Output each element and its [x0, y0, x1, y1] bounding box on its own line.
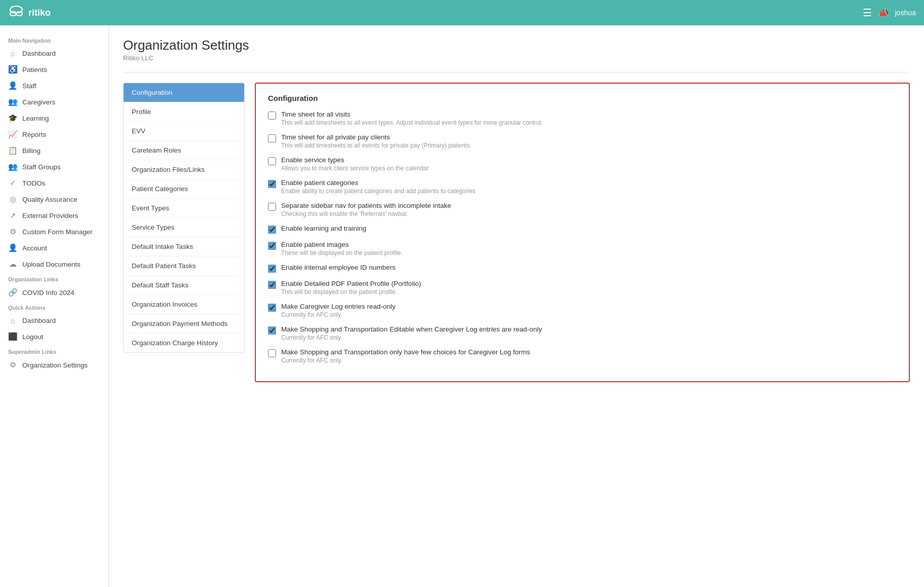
account-icon: 👤: [8, 243, 17, 252]
content-divider: [123, 72, 910, 72]
sidebar-item-upload-documents[interactable]: ☁ Upload Documents: [0, 256, 108, 272]
config-label-enable-patient-categories: Enable patient categories: [281, 179, 897, 187]
qa-dashboard-icon: ⌂: [8, 316, 17, 325]
config-item-enable-patient-images: Enable patient images These will be disp…: [268, 241, 897, 256]
sidebar-item-staff-groups[interactable]: 👥 Staff Groups: [0, 159, 108, 175]
checkbox-enable-learning[interactable]: [268, 226, 276, 234]
config-desc-shopping-transport-few-choices: Currently for AFC only.: [281, 357, 897, 364]
sidebar-item-covid-info[interactable]: 🔗 COVID Info 2024: [0, 284, 108, 301]
sidebar-item-account[interactable]: 👤 Account: [0, 240, 108, 256]
checkbox-caregiver-log-readonly[interactable]: [268, 304, 276, 312]
settings-nav-default-patient-tasks[interactable]: Default Patient Tasks: [124, 256, 244, 276]
sidebar-item-label: Patients: [22, 66, 47, 74]
sidebar-item-todos[interactable]: ✓ TODOs: [0, 175, 108, 191]
checkbox-enable-detailed-pdf[interactable]: [268, 281, 276, 289]
sidebar-item-label: Staff Groups: [22, 163, 61, 171]
logo-text: ritiko: [28, 8, 51, 18]
top-header: ritiko ☰ 📣 joshua: [0, 0, 924, 25]
sidebar-item-custom-form-manager[interactable]: ⚙ Custom Form Manager: [0, 224, 108, 240]
checkbox-timesheet-all-visits[interactable]: [268, 112, 276, 120]
checkbox-enable-service-types[interactable]: [268, 157, 276, 165]
sidebar-item-dashboard[interactable]: ⌂ Dashboard: [0, 46, 108, 61]
billing-icon: 📋: [8, 146, 17, 155]
sidebar-item-reports[interactable]: 📈 Reports: [0, 126, 108, 142]
checkbox-timesheet-private-pay[interactable]: [268, 134, 276, 142]
external-providers-icon: ↗: [8, 211, 17, 220]
settings-nav-patient-categories[interactable]: Patient Categories: [124, 179, 244, 199]
settings-nav-default-intake-tasks[interactable]: Default Intake Tasks: [124, 237, 244, 256]
config-item-enable-service-types: Enable service types Allows you to mark …: [268, 156, 897, 172]
settings-nav-careteam-roles[interactable]: Careteam Roles: [124, 141, 244, 160]
checkbox-shopping-transport-few-choices[interactable]: [268, 349, 276, 357]
page-title: Organization Settings: [123, 38, 910, 53]
sidebar-item-label: Logout: [22, 333, 43, 341]
settings-nav-org-files[interactable]: Organization Files/Links: [124, 160, 244, 179]
config-panel-title: Configuration: [268, 94, 897, 102]
config-label-enable-employee-id: Enable internal employee ID numbers: [281, 264, 897, 271]
config-item-enable-patient-categories: Enable patient categories Enable ability…: [268, 179, 897, 195]
settings-nav-profile[interactable]: Profile: [124, 102, 244, 122]
logo-area: ritiko: [8, 5, 857, 21]
sidebar-item-label: Reports: [22, 131, 46, 138]
checkbox-separate-sidebar-nav[interactable]: [268, 203, 276, 211]
settings-nav-service-types[interactable]: Service Types: [124, 218, 244, 237]
sidebar-item-quality-assurance[interactable]: ◎ Quality Assurance: [0, 191, 108, 207]
sidebar-item-caregivers[interactable]: 👥 Caregivers: [0, 94, 108, 110]
page-subtitle: Ritiko LLC: [123, 54, 910, 62]
checkbox-enable-employee-id[interactable]: [268, 265, 276, 273]
sidebar-item-label: Dashboard: [22, 317, 56, 324]
sidebar-item-billing[interactable]: 📋 Billing: [0, 142, 108, 159]
superadmin-label: Superadmin Links: [0, 345, 108, 357]
upload-icon: ☁: [8, 260, 17, 269]
sidebar-item-external-providers[interactable]: ↗ External Providers: [0, 207, 108, 224]
staff-icon: 👤: [8, 81, 17, 90]
sidebar-item-label: Dashboard: [22, 50, 56, 57]
config-desc-enable-detailed-pdf: This will be displayed on the patient pr…: [281, 288, 897, 296]
learning-icon: 🎓: [8, 114, 17, 123]
config-item-enable-learning: Enable learning and training: [268, 225, 897, 234]
config-label-shopping-transport-editable: Make Shopping and Transportation Editabl…: [281, 325, 897, 333]
main-content: Organization Settings Ritiko LLC Configu…: [109, 25, 924, 587]
sidebar-item-label: Upload Documents: [22, 261, 81, 268]
settings-nav-event-types[interactable]: Event Types: [124, 199, 244, 218]
config-label-separate-sidebar-nav: Separate sidebar nav for patients with i…: [281, 202, 897, 209]
hamburger-button[interactable]: ☰: [857, 5, 878, 21]
sidebar-item-label: Organization Settings: [22, 361, 88, 369]
checkbox-enable-patient-categories[interactable]: [268, 180, 276, 188]
settings-nav: Configuration Profile EVV Careteam Roles…: [123, 83, 245, 353]
settings-nav-default-staff-tasks[interactable]: Default Staff Tasks: [124, 276, 244, 295]
sidebar-item-learning[interactable]: 🎓 Learning: [0, 110, 108, 126]
settings-nav-evv[interactable]: EVV: [124, 122, 244, 141]
settings-nav-configuration[interactable]: Configuration: [124, 83, 244, 102]
config-item-shopping-transport-few-choices: Make Shopping and Transportation only ha…: [268, 348, 897, 364]
sidebar-item-logout[interactable]: ⬛ Logout: [0, 328, 108, 345]
main-layout: Main Navigation ⌂ Dashboard ♿ Patients 👤…: [0, 25, 924, 587]
settings-nav-org-payment-methods[interactable]: Organization Payment Methods: [124, 314, 244, 334]
quick-actions-label: Quick Actions: [0, 301, 108, 313]
patients-icon: ♿: [8, 65, 17, 74]
config-desc-shopping-transport-editable: Currently for AFC only.: [281, 334, 897, 341]
config-desc-enable-service-types: Allows you to mark client service types …: [281, 165, 897, 172]
config-item-timesheet-all-visits: Time sheet for all visits This will add …: [268, 111, 897, 126]
sidebar-item-label: Caregivers: [22, 98, 55, 106]
checkbox-enable-patient-images[interactable]: [268, 242, 276, 250]
config-desc-separate-sidebar-nav: Checking this will enable the 'Referrals…: [281, 210, 897, 217]
sidebar-item-label: Account: [22, 244, 47, 252]
sidebar-item-patients[interactable]: ♿ Patients: [0, 61, 108, 78]
todos-icon: ✓: [8, 178, 17, 188]
settings-nav-org-charge-history[interactable]: Organization Charge History: [124, 334, 244, 352]
config-label-enable-detailed-pdf: Enable Detailed PDF Patient Profile (Por…: [281, 280, 897, 287]
settings-icon: ⚙: [8, 360, 17, 370]
config-label-shopping-transport-few-choices: Make Shopping and Transportation only ha…: [281, 348, 897, 356]
sidebar-item-staff[interactable]: 👤 Staff: [0, 78, 108, 94]
sidebar-item-label: COVID Info 2024: [22, 289, 74, 297]
checkbox-shopping-transport-editable[interactable]: [268, 326, 276, 335]
settings-nav-org-invoices[interactable]: Organization Invoices: [124, 295, 244, 314]
notification-icon[interactable]: 📣: [878, 7, 889, 18]
sidebar-item-org-settings[interactable]: ⚙ Organization Settings: [0, 357, 108, 373]
caregivers-icon: 👥: [8, 97, 17, 106]
sidebar-item-qa-dashboard[interactable]: ⌂ Dashboard: [0, 313, 108, 328]
config-item-enable-employee-id: Enable internal employee ID numbers: [268, 264, 897, 273]
main-nav-label: Main Navigation: [0, 33, 108, 46]
home-icon: ⌂: [8, 49, 17, 58]
